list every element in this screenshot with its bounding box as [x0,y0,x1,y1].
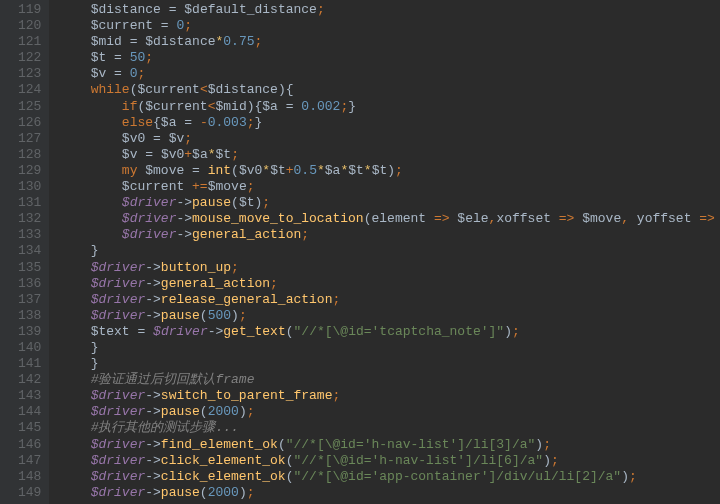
code-line[interactable]: my $move = int($v0*$t+0.5*$a*$t*$t); [59,163,720,179]
token-brace: ){ [278,82,294,97]
code-line[interactable]: #验证通过后切回默认frame [59,372,720,388]
token-fn: switch_to_parent_frame [161,388,333,403]
line-number: 139 [18,324,41,340]
token-it: $driver [91,308,146,323]
line-number: 135 [18,260,41,276]
token-brace: ( [200,308,208,323]
code-line[interactable]: $driver->pause(2000); [59,485,720,501]
code-line[interactable]: $driver->pause(500); [59,308,720,324]
token-eq: = [114,66,122,81]
token-var: $move [582,211,621,226]
token-num: 50 [130,50,146,65]
token-var: $current [91,18,153,33]
line-number: 137 [18,292,41,308]
token-semi: ; [301,227,309,242]
token-var: $text [91,324,130,339]
code-line[interactable]: $driver->click_element_ok("//*[\@id='app… [59,469,720,485]
code-line[interactable]: $driver->pause(2000); [59,404,720,420]
code-line[interactable]: $driver->button_up; [59,260,720,276]
line-number: 147 [18,453,41,469]
token-arrow: -> [145,388,161,403]
token-brace: ) [621,469,629,484]
code-area[interactable]: $distance = $default_distance; $current … [49,0,720,504]
token-fn: general_action [192,227,301,242]
token-semi: ; [247,485,255,500]
token-brace: ) [535,437,543,452]
code-line[interactable]: $driver->mouse_move_to_location(element … [59,211,720,227]
code-line[interactable]: $v = $v0+$a*$t; [59,147,720,163]
line-number: 141 [18,356,41,372]
code-line[interactable]: $mid = $distance*0.75; [59,34,720,50]
token-num: 2000 [208,485,239,500]
code-line[interactable]: $driver->click_element_ok("//*[\@id='h-n… [59,453,720,469]
token-arrow: -> [145,308,161,323]
token-fn: pause [161,485,200,500]
code-line[interactable]: $current = 0; [59,18,720,34]
line-number: 130 [18,179,41,195]
line-number: 121 [18,34,41,50]
token-eq: = [184,115,192,130]
code-line[interactable]: $driver->general_action; [59,227,720,243]
token-brace: ) [239,404,247,419]
token-var: $distance [145,34,215,49]
line-number: 140 [18,340,41,356]
token-semi: ; [137,66,145,81]
token-var: $default_distance [184,2,317,17]
token-eq: = [130,34,138,49]
code-line[interactable]: $current +=$move; [59,179,720,195]
code-editor[interactable]: 1191201211221231241251261271281291301311… [0,0,720,504]
code-line[interactable]: $driver->general_action; [59,276,720,292]
code-line[interactable]: $driver->find_element_ok("//*[\@id='h-na… [59,437,720,453]
code-line[interactable]: while($current<$distance){ [59,82,720,98]
token-fn: click_element_ok [161,453,286,468]
code-line[interactable]: $v0 = $v; [59,131,720,147]
token-semi: ; [239,308,247,323]
code-line[interactable]: #执行其他的测试步骤... [59,420,720,436]
token-eq: = [137,324,145,339]
code-line[interactable]: } [59,243,720,259]
token-var: $t [348,163,364,178]
code-line[interactable]: $distance = $default_distance; [59,2,720,18]
token-var: $mid [91,34,122,49]
token-semi: ; [317,2,325,17]
token-var: $v [169,131,185,146]
token-var: xoffset [496,211,551,226]
token-num: 2000 [208,404,239,419]
token-eq: = [153,131,161,146]
line-number: 138 [18,308,41,324]
code-line[interactable]: else{$a = -0.003;} [59,115,720,131]
code-line[interactable]: $v = 0; [59,66,720,82]
code-line[interactable]: $driver->pause($t); [59,195,720,211]
token-semi: ; [247,115,255,130]
line-number: 120 [18,18,41,34]
token-it: $driver [91,276,146,291]
token-eq: = [286,99,294,114]
code-line[interactable]: } [59,340,720,356]
token-semi: ; [332,388,340,403]
line-number: 136 [18,276,41,292]
token-semi: ; [184,131,192,146]
token-fn: click_element_ok [161,469,286,484]
token-arrow: -> [176,195,192,210]
token-num: 0.75 [223,34,254,49]
token-arrow: -> [208,324,224,339]
token-fn: find_element_ok [161,437,278,452]
code-line[interactable]: } [59,356,720,372]
line-number: 119 [18,2,41,18]
code-line[interactable]: $text = $driver->get_text("//*[\@id='tca… [59,324,720,340]
code-line[interactable]: $driver->switch_to_parent_frame; [59,388,720,404]
token-brace: } [348,99,356,114]
token-fn: get_text [223,324,285,339]
code-line[interactable]: $t = 50; [59,50,720,66]
code-line[interactable]: $driver->release_general_action; [59,292,720,308]
token-op: , [621,211,629,226]
token-var: $mid [215,99,246,114]
line-number: 123 [18,66,41,82]
line-number: 124 [18,82,41,98]
token-semi: ; [332,292,340,307]
code-line[interactable]: if($current<$mid){$a = 0.002;} [59,99,720,115]
token-var: $move [145,163,184,178]
token-var: $distance [208,82,278,97]
token-var: $v [122,147,138,162]
token-semi: ; [247,404,255,419]
